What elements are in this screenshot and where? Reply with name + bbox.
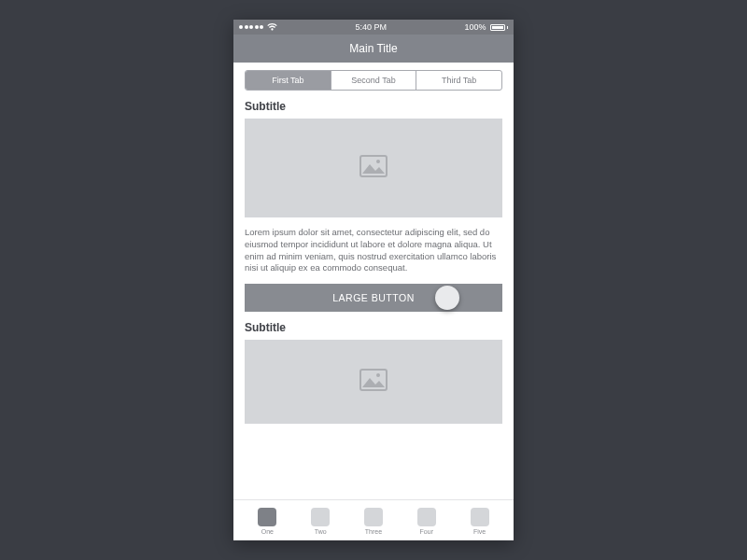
content-area[interactable]: First Tab Second Tab Third Tab Subtitle …: [233, 63, 514, 499]
battery-icon: [490, 24, 509, 31]
wifi-icon: [267, 23, 277, 31]
tab-icon: [417, 508, 436, 526]
nav-bar: Main Title: [233, 35, 514, 63]
segmented-control: First Tab Second Tab Third Tab: [245, 70, 502, 91]
image-placeholder: [245, 340, 502, 424]
signal-dots-icon: [239, 25, 263, 29]
bottom-tab-bar: One Two Three Four Five: [233, 499, 514, 540]
section-subtitle: Subtitle: [245, 100, 502, 113]
tab-label: Five: [473, 528, 486, 535]
large-button[interactable]: LARGE BUTTON: [245, 284, 502, 312]
tab-second[interactable]: Second Tab: [331, 71, 417, 90]
tab-label: Four: [420, 528, 433, 535]
section-subtitle: Subtitle: [245, 321, 502, 334]
large-button-label: LARGE BUTTON: [332, 292, 415, 303]
image-icon: [359, 369, 388, 395]
tab-third[interactable]: Third Tab: [416, 71, 501, 90]
tab-icon: [364, 508, 383, 526]
svg-point-1: [376, 160, 380, 163]
svg-point-3: [376, 373, 380, 377]
bottom-tab-one[interactable]: One: [248, 508, 286, 535]
page-title: Main Title: [349, 42, 397, 55]
tab-label: Two: [315, 528, 327, 535]
bottom-tab-two[interactable]: Two: [302, 508, 339, 535]
tab-first[interactable]: First Tab: [246, 71, 331, 90]
body-paragraph: Lorem ipsum dolor sit amet, consectetur …: [245, 227, 502, 274]
phone-frame: 5:40 PM 100% Main Title First Tab Second…: [233, 20, 514, 540]
bottom-tab-four[interactable]: Four: [408, 508, 445, 535]
status-bar: 5:40 PM 100%: [233, 20, 514, 35]
tab-label: Three: [365, 528, 382, 535]
bottom-tab-three[interactable]: Three: [355, 508, 392, 535]
touch-indicator-icon: [435, 286, 459, 310]
tab-icon: [311, 508, 330, 526]
bottom-tab-five[interactable]: Five: [461, 508, 499, 535]
tab-label: One: [261, 528, 274, 535]
tab-icon: [471, 508, 489, 526]
tab-icon: [258, 508, 276, 526]
image-icon: [359, 155, 388, 181]
status-time: 5:40 PM: [355, 22, 387, 32]
image-placeholder: [245, 119, 502, 217]
battery-percent: 100%: [464, 22, 486, 32]
